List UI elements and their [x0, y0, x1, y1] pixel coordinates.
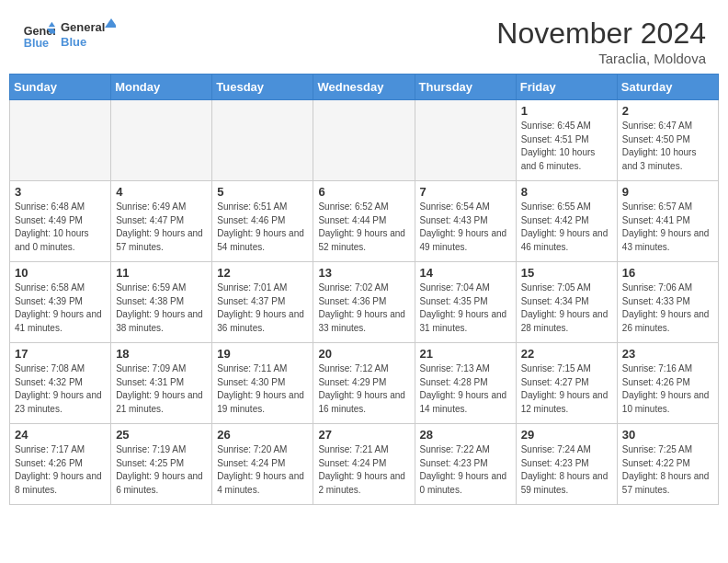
col-header-saturday: Saturday — [617, 75, 718, 100]
day-cell: 30Sunrise: 7:25 AM Sunset: 4:22 PM Dayli… — [617, 424, 718, 505]
day-info: Sunrise: 7:13 AM Sunset: 4:28 PM Dayligh… — [420, 362, 511, 416]
day-cell: 25Sunrise: 7:19 AM Sunset: 4:25 PM Dayli… — [111, 424, 212, 505]
day-number: 1 — [521, 104, 612, 118]
day-cell: 22Sunrise: 7:15 AM Sunset: 4:27 PM Dayli… — [516, 343, 617, 424]
svg-marker-5 — [105, 18, 116, 28]
day-number: 9 — [622, 185, 713, 199]
day-info: Sunrise: 7:01 AM Sunset: 4:37 PM Dayligh… — [217, 282, 308, 335]
day-number: 4 — [116, 185, 207, 199]
svg-text:General: General — [61, 20, 105, 34]
day-info: Sunrise: 6:51 AM Sunset: 4:46 PM Dayligh… — [217, 201, 308, 254]
day-number: 23 — [622, 347, 713, 361]
day-info: Sunrise: 7:20 AM Sunset: 4:24 PM Dayligh… — [217, 443, 308, 497]
day-info: Sunrise: 6:45 AM Sunset: 4:51 PM Dayligh… — [521, 120, 612, 173]
calendar-header-row: SundayMondayTuesdayWednesdayThursdayFrid… — [10, 75, 719, 100]
day-number: 28 — [420, 428, 511, 442]
day-info: Sunrise: 7:24 AM Sunset: 4:23 PM Dayligh… — [521, 443, 612, 497]
day-number: 19 — [217, 347, 308, 361]
day-cell: 3Sunrise: 6:48 AM Sunset: 4:49 PM Daylig… — [10, 181, 111, 262]
day-info: Sunrise: 7:17 AM Sunset: 4:26 PM Dayligh… — [15, 443, 106, 497]
day-number: 25 — [116, 428, 207, 442]
day-number: 18 — [116, 347, 207, 361]
day-cell: 18Sunrise: 7:09 AM Sunset: 4:31 PM Dayli… — [111, 343, 212, 424]
day-info: Sunrise: 7:05 AM Sunset: 4:34 PM Dayligh… — [521, 282, 612, 335]
day-number: 3 — [15, 185, 106, 199]
day-number: 10 — [15, 266, 106, 280]
day-cell: 12Sunrise: 7:01 AM Sunset: 4:37 PM Dayli… — [212, 262, 313, 343]
week-row-1: 3Sunrise: 6:48 AM Sunset: 4:49 PM Daylig… — [10, 181, 719, 262]
day-info: Sunrise: 6:58 AM Sunset: 4:39 PM Dayligh… — [15, 282, 106, 335]
day-number: 30 — [622, 428, 713, 442]
day-cell — [313, 100, 415, 181]
day-cell: 11Sunrise: 6:59 AM Sunset: 4:38 PM Dayli… — [111, 262, 212, 343]
day-cell: 29Sunrise: 7:24 AM Sunset: 4:23 PM Dayli… — [516, 424, 617, 505]
day-number: 12 — [217, 266, 308, 280]
day-number: 13 — [318, 266, 409, 280]
day-cell: 9Sunrise: 6:57 AM Sunset: 4:41 PM Daylig… — [617, 181, 718, 262]
week-row-0: 1Sunrise: 6:45 AM Sunset: 4:51 PM Daylig… — [10, 100, 719, 181]
day-cell: 23Sunrise: 7:16 AM Sunset: 4:26 PM Dayli… — [617, 343, 718, 424]
day-cell — [415, 100, 516, 181]
day-number: 29 — [521, 428, 612, 442]
day-number: 2 — [622, 104, 713, 118]
day-number: 22 — [521, 347, 612, 361]
day-number: 26 — [217, 428, 308, 442]
day-number: 14 — [420, 266, 511, 280]
day-info: Sunrise: 6:52 AM Sunset: 4:44 PM Dayligh… — [318, 201, 409, 254]
day-number: 5 — [217, 185, 308, 199]
day-cell: 16Sunrise: 7:06 AM Sunset: 4:33 PM Dayli… — [617, 262, 718, 343]
day-info: Sunrise: 6:55 AM Sunset: 4:42 PM Dayligh… — [521, 201, 612, 254]
day-info: Sunrise: 7:12 AM Sunset: 4:29 PM Dayligh… — [318, 362, 409, 416]
logo: General Blue General Blue — [22, 17, 116, 57]
day-cell: 2Sunrise: 6:47 AM Sunset: 4:50 PM Daylig… — [617, 100, 718, 181]
day-info: Sunrise: 7:21 AM Sunset: 4:24 PM Dayligh… — [318, 443, 409, 497]
day-info: Sunrise: 6:47 AM Sunset: 4:50 PM Dayligh… — [622, 120, 713, 173]
day-info: Sunrise: 7:19 AM Sunset: 4:25 PM Dayligh… — [116, 443, 207, 497]
day-cell: 6Sunrise: 6:52 AM Sunset: 4:44 PM Daylig… — [313, 181, 415, 262]
day-info: Sunrise: 6:54 AM Sunset: 4:43 PM Dayligh… — [420, 201, 511, 254]
calendar-wrapper: SundayMondayTuesdayWednesdayThursdayFrid… — [0, 74, 728, 514]
calendar-table: SundayMondayTuesdayWednesdayThursdayFrid… — [9, 74, 719, 505]
day-cell — [10, 100, 111, 181]
day-cell: 4Sunrise: 6:49 AM Sunset: 4:47 PM Daylig… — [111, 181, 212, 262]
day-number: 21 — [420, 347, 511, 361]
week-row-3: 17Sunrise: 7:08 AM Sunset: 4:32 PM Dayli… — [10, 343, 719, 424]
page-header: General Blue General Blue November 2024 … — [0, 0, 728, 74]
day-cell: 10Sunrise: 6:58 AM Sunset: 4:39 PM Dayli… — [10, 262, 111, 343]
day-number: 17 — [15, 347, 106, 361]
title-block: November 2024 Taraclia, Moldova — [496, 17, 706, 66]
day-info: Sunrise: 6:49 AM Sunset: 4:47 PM Dayligh… — [116, 201, 207, 254]
day-info: Sunrise: 6:59 AM Sunset: 4:38 PM Dayligh… — [116, 282, 207, 335]
day-cell: 17Sunrise: 7:08 AM Sunset: 4:32 PM Dayli… — [10, 343, 111, 424]
day-cell: 13Sunrise: 7:02 AM Sunset: 4:36 PM Dayli… — [313, 262, 415, 343]
col-header-thursday: Thursday — [415, 75, 516, 100]
day-info: Sunrise: 7:02 AM Sunset: 4:36 PM Dayligh… — [318, 282, 409, 335]
day-info: Sunrise: 7:22 AM Sunset: 4:23 PM Dayligh… — [420, 443, 511, 497]
col-header-monday: Monday — [111, 75, 212, 100]
day-info: Sunrise: 6:48 AM Sunset: 4:49 PM Dayligh… — [15, 201, 106, 254]
month-title: November 2024 — [496, 17, 706, 51]
day-cell — [111, 100, 212, 181]
day-cell: 21Sunrise: 7:13 AM Sunset: 4:28 PM Dayli… — [415, 343, 516, 424]
logo-icon: General Blue — [22, 20, 55, 53]
logo-svg: General Blue — [61, 17, 116, 53]
day-cell: 15Sunrise: 7:05 AM Sunset: 4:34 PM Dayli… — [516, 262, 617, 343]
day-cell: 19Sunrise: 7:11 AM Sunset: 4:30 PM Dayli… — [212, 343, 313, 424]
day-cell: 14Sunrise: 7:04 AM Sunset: 4:35 PM Dayli… — [415, 262, 516, 343]
day-number: 6 — [318, 185, 409, 199]
day-info: Sunrise: 7:11 AM Sunset: 4:30 PM Dayligh… — [217, 362, 308, 416]
day-number: 24 — [15, 428, 106, 442]
day-info: Sunrise: 6:57 AM Sunset: 4:41 PM Dayligh… — [622, 201, 713, 254]
day-cell: 1Sunrise: 6:45 AM Sunset: 4:51 PM Daylig… — [516, 100, 617, 181]
day-cell: 27Sunrise: 7:21 AM Sunset: 4:24 PM Dayli… — [313, 424, 415, 505]
day-number: 15 — [521, 266, 612, 280]
col-header-sunday: Sunday — [10, 75, 111, 100]
day-cell: 26Sunrise: 7:20 AM Sunset: 4:24 PM Dayli… — [212, 424, 313, 505]
day-cell — [212, 100, 313, 181]
day-cell: 20Sunrise: 7:12 AM Sunset: 4:29 PM Dayli… — [313, 343, 415, 424]
day-info: Sunrise: 7:25 AM Sunset: 4:22 PM Dayligh… — [622, 443, 713, 497]
col-header-wednesday: Wednesday — [313, 75, 415, 100]
location-subtitle: Taraclia, Moldova — [496, 51, 706, 66]
day-number: 20 — [318, 347, 409, 361]
svg-text:Blue: Blue — [61, 35, 86, 49]
